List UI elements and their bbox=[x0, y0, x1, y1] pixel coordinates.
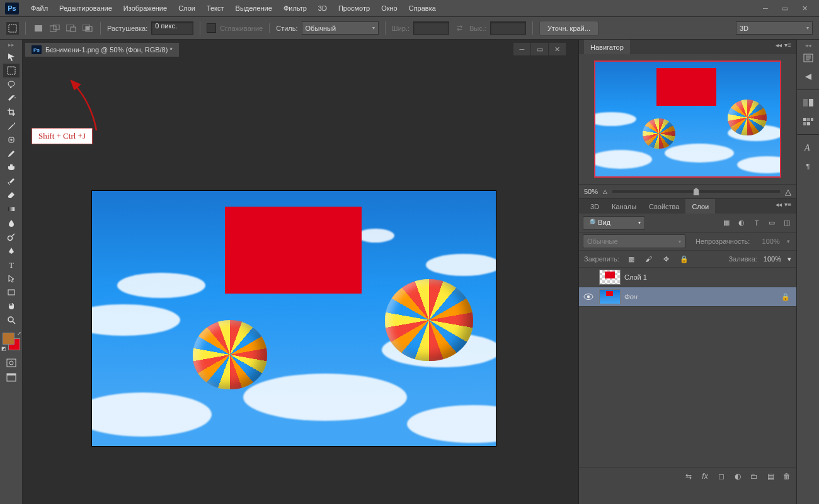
menu-image[interactable]: Изображение bbox=[118, 0, 173, 16]
panel-menu-icon[interactable]: ▾≡ bbox=[784, 201, 791, 208]
lock-position-icon[interactable]: ✥ bbox=[661, 253, 672, 265]
shape-tool[interactable] bbox=[3, 285, 20, 299]
menu-file[interactable]: Файл bbox=[25, 0, 54, 16]
menu-view[interactable]: Просмотр bbox=[333, 0, 375, 16]
selection-intersect-icon[interactable] bbox=[81, 22, 94, 35]
color-swatches[interactable]: ⤢ ◩ bbox=[2, 332, 21, 351]
adjustment-layer-icon[interactable]: ◐ bbox=[732, 471, 743, 482]
swap-colors-icon[interactable]: ⤢ bbox=[17, 331, 21, 336]
history-panel-icon[interactable] bbox=[800, 50, 816, 66]
opacity-stepper[interactable]: ▾ bbox=[785, 238, 793, 244]
blur-tool[interactable] bbox=[3, 216, 20, 230]
lock-transparent-icon[interactable]: ▩ bbox=[626, 253, 637, 265]
canvas[interactable] bbox=[92, 191, 496, 446]
layer-name[interactable]: Слой 1 bbox=[624, 273, 647, 281]
layer-thumbnail[interactable] bbox=[599, 270, 621, 285]
color-panel-icon[interactable] bbox=[800, 94, 816, 111]
selection-new-icon[interactable] bbox=[32, 22, 45, 35]
tab-channels[interactable]: Каналы bbox=[605, 199, 643, 214]
layer-visibility-toggle[interactable] bbox=[581, 270, 595, 284]
feather-input[interactable]: 0 пикс. bbox=[151, 21, 193, 35]
hand-tool[interactable] bbox=[3, 299, 20, 313]
filter-smart-icon[interactable]: ◫ bbox=[781, 217, 793, 229]
fill-value[interactable]: 100% bbox=[764, 255, 781, 263]
navigator-zoom-value[interactable]: 50% bbox=[584, 188, 598, 195]
panel-gripper[interactable]: ▸▸ bbox=[5, 42, 18, 47]
document-tab[interactable]: Ps Без-имени-1.png @ 50% (Фон, RGB/8) * bbox=[25, 43, 179, 57]
tab-properties[interactable]: Свойства bbox=[643, 199, 685, 214]
layer-mask-icon[interactable]: ◻ bbox=[716, 471, 727, 482]
screenmode-toggle[interactable] bbox=[3, 370, 20, 384]
panel-collapse-icon[interactable]: ◂◂ bbox=[776, 201, 782, 208]
doc-maximize-button[interactable]: ▭ bbox=[531, 43, 548, 55]
swatches-panel-icon[interactable] bbox=[800, 113, 816, 130]
tab-3d[interactable]: 3D bbox=[584, 199, 605, 214]
layer-thumbnail[interactable] bbox=[599, 289, 621, 304]
antialias-checkbox[interactable] bbox=[207, 23, 216, 33]
selection-add-icon[interactable] bbox=[49, 22, 61, 35]
lock-all-icon[interactable]: 🔒 bbox=[679, 253, 690, 265]
new-layer-icon[interactable]: ▤ bbox=[765, 471, 776, 482]
layer-visibility-toggle[interactable] bbox=[581, 290, 595, 304]
layer-row-1[interactable]: Слой 1 bbox=[579, 268, 796, 287]
lock-pixels-icon[interactable]: 🖌 bbox=[643, 253, 655, 265]
filter-shape-icon[interactable]: ▭ bbox=[766, 217, 777, 229]
actions-panel-icon[interactable] bbox=[800, 69, 816, 85]
doc-close-button[interactable]: ✕ bbox=[549, 43, 566, 55]
layer-row-background[interactable]: Фон 🔒 bbox=[579, 287, 796, 307]
delete-layer-icon[interactable]: 🗑 bbox=[781, 471, 793, 482]
paragraph-panel-icon[interactable]: ¶ bbox=[800, 158, 816, 175]
style-select[interactable]: Обычный▾ bbox=[302, 21, 379, 35]
navigator-zoom-slider[interactable] bbox=[612, 190, 780, 193]
opacity-value[interactable]: 100% bbox=[755, 238, 779, 245]
tool-preset-picker[interactable] bbox=[6, 22, 19, 35]
link-layers-icon[interactable]: ⇆ bbox=[683, 471, 694, 482]
healing-brush-tool[interactable] bbox=[3, 133, 20, 147]
menu-window[interactable]: Окно bbox=[375, 0, 403, 16]
navigator-tab[interactable]: Навигатор bbox=[584, 40, 630, 54]
blend-mode-select[interactable]: Обычные▾ bbox=[583, 234, 685, 248]
menu-help[interactable]: Справка bbox=[403, 0, 442, 16]
maximize-button[interactable]: ▭ bbox=[776, 2, 794, 14]
menu-select[interactable]: Выделение bbox=[230, 0, 278, 16]
dodge-tool[interactable] bbox=[3, 230, 20, 244]
zoom-tool[interactable] bbox=[3, 313, 20, 327]
zoom-out-icon[interactable]: △ bbox=[603, 188, 607, 195]
layer-kind-filter[interactable]: 🔎 Вид▾ bbox=[583, 216, 645, 230]
brush-tool[interactable] bbox=[3, 147, 20, 161]
type-tool[interactable]: T bbox=[3, 258, 20, 272]
path-selection-tool[interactable] bbox=[3, 272, 20, 285]
character-panel-icon[interactable]: A bbox=[800, 139, 816, 156]
filter-pixel-icon[interactable]: ▦ bbox=[721, 217, 732, 229]
crop-tool[interactable] bbox=[3, 105, 20, 119]
filter-adjust-icon[interactable]: ◐ bbox=[736, 217, 747, 229]
panel-collapse-icon[interactable]: ◂◂ bbox=[776, 42, 782, 49]
eraser-tool[interactable] bbox=[3, 188, 20, 202]
magic-wand-tool[interactable] bbox=[3, 91, 20, 105]
menu-3d[interactable]: 3D bbox=[312, 0, 333, 16]
tab-layers[interactable]: Слои bbox=[685, 199, 715, 214]
layer-fx-icon[interactable]: fx bbox=[699, 471, 711, 482]
close-button[interactable]: ✕ bbox=[795, 2, 814, 14]
layer-name[interactable]: Фон bbox=[624, 293, 638, 301]
lasso-tool[interactable] bbox=[3, 77, 20, 91]
panel-gripper[interactable]: ◂◂ bbox=[802, 42, 815, 47]
foreground-color-swatch[interactable] bbox=[3, 333, 14, 345]
menu-edit[interactable]: Редактирование bbox=[54, 0, 118, 16]
history-brush-tool[interactable] bbox=[3, 175, 20, 188]
marquee-tool[interactable] bbox=[3, 64, 20, 77]
refine-edge-button[interactable]: Уточн. край... bbox=[539, 21, 598, 36]
selection-subtract-icon[interactable] bbox=[65, 22, 77, 35]
pen-tool[interactable] bbox=[3, 244, 20, 258]
eyedropper-tool[interactable] bbox=[3, 119, 20, 133]
quickmask-toggle[interactable] bbox=[3, 356, 20, 370]
zoom-in-icon[interactable]: △ bbox=[785, 187, 791, 197]
clone-stamp-tool[interactable] bbox=[3, 161, 20, 175]
minimize-button[interactable]: ─ bbox=[756, 2, 775, 14]
move-tool[interactable] bbox=[3, 50, 20, 64]
gradient-tool[interactable] bbox=[3, 202, 20, 216]
layer-group-icon[interactable]: 🗀 bbox=[748, 471, 760, 482]
filter-type-icon[interactable]: T bbox=[751, 217, 762, 229]
workspace-switcher[interactable]: 3D▾ bbox=[736, 21, 813, 35]
doc-minimize-button[interactable]: ─ bbox=[513, 43, 530, 55]
